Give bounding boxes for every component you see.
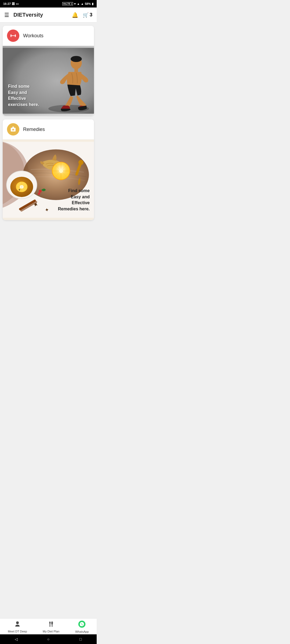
app-title: DIETversity bbox=[13, 12, 72, 18]
notification-icon[interactable]: 🔔 bbox=[72, 12, 78, 18]
remedies-banner-text: Find someEasy andEffectiveRemedies here. bbox=[58, 188, 90, 212]
svg-point-21 bbox=[59, 169, 63, 173]
time-display: 16:27 bbox=[3, 2, 11, 5]
remedies-card-header: Remedies bbox=[3, 119, 94, 140]
status-right: VoLTE 1 ▾ ▲ ▲ 58% ▮ bbox=[62, 2, 93, 6]
svg-text:✦: ✦ bbox=[18, 188, 21, 192]
workouts-card-header: Workouts bbox=[3, 26, 94, 46]
workout-banner[interactable]: Find someEasy andEffectiveexercises here… bbox=[3, 46, 94, 116]
workout-icon-circle bbox=[7, 30, 19, 42]
battery-label: 58% bbox=[85, 2, 91, 5]
cart-area[interactable]: 🛒 3 bbox=[83, 12, 92, 18]
svg-point-35 bbox=[39, 190, 42, 193]
app-bar: ☰ DIETversity 🔔 🛒 3 bbox=[0, 8, 97, 23]
signal2-icon: ▲ bbox=[81, 2, 84, 5]
action-icons: 🔔 🛒 3 bbox=[72, 12, 92, 18]
svg-rect-4 bbox=[12, 35, 15, 36]
status-left: 16:27 🖼 ▭ bbox=[3, 2, 19, 6]
status-bar: 16:27 🖼 ▭ VoLTE 1 ▾ ▲ ▲ 58% ▮ bbox=[0, 0, 97, 8]
wifi-icon: ▾ bbox=[74, 2, 76, 6]
main-content: Workouts bbox=[0, 23, 97, 223]
menu-icon[interactable]: ☰ bbox=[4, 12, 9, 18]
remedies-card[interactable]: Remedies bbox=[3, 119, 94, 220]
network-label: VoLTE 1 bbox=[62, 2, 73, 5]
workouts-card[interactable]: Workouts bbox=[3, 26, 94, 116]
signal-icon: ▲ bbox=[77, 2, 80, 5]
svg-rect-3 bbox=[15, 34, 16, 37]
svg-point-8 bbox=[71, 56, 82, 62]
gallery-icon: 🖼 bbox=[12, 2, 15, 5]
svg-rect-11 bbox=[12, 127, 14, 128]
cart-icon: 🛒 bbox=[83, 12, 89, 18]
svg-point-36 bbox=[38, 192, 40, 195]
cart-count: 3 bbox=[90, 12, 92, 18]
svg-rect-1 bbox=[10, 34, 12, 37]
svg-rect-13 bbox=[12, 130, 14, 130]
media-icon: ▭ bbox=[16, 2, 19, 6]
svg-rect-9 bbox=[74, 68, 78, 72]
workouts-title: Workouts bbox=[23, 33, 44, 39]
remedies-icon-circle bbox=[7, 123, 19, 136]
battery-icon: ▮ bbox=[92, 2, 93, 6]
remedies-title: Remedies bbox=[23, 127, 45, 132]
workout-banner-text: Find someEasy andEffectiveexercises here… bbox=[8, 83, 39, 108]
remedies-banner[interactable]: ✦ ✦ ✦ Find someEasy andEffectiveRemedies… bbox=[3, 140, 94, 220]
